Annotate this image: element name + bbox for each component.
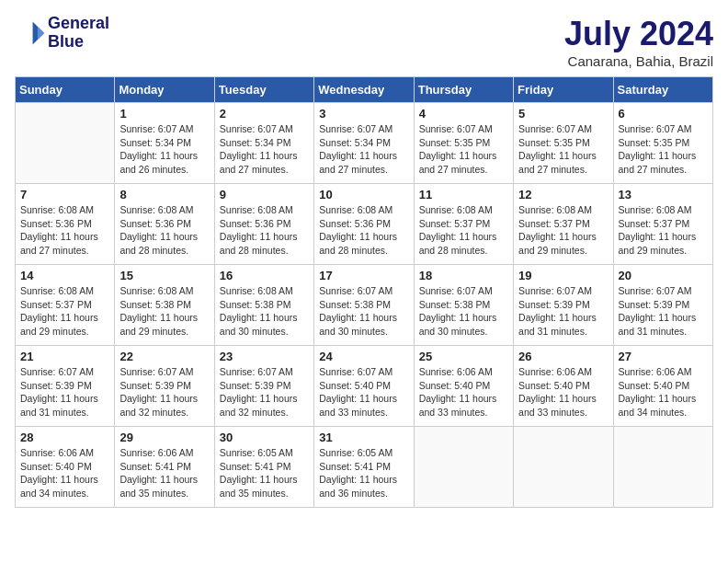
- calendar-cell: 1Sunrise: 6:07 AMSunset: 5:34 PMDaylight…: [115, 103, 214, 184]
- day-number: 28: [20, 431, 109, 444]
- day-info: Sunrise: 6:07 AMSunset: 5:39 PMDaylight:…: [119, 365, 209, 419]
- calendar-cell: 9Sunrise: 6:08 AMSunset: 5:36 PMDaylight…: [214, 184, 313, 265]
- day-info: Sunrise: 6:06 AMSunset: 5:40 PMDaylight:…: [419, 365, 508, 419]
- calendar-cell: [514, 427, 613, 508]
- day-info: Sunrise: 6:07 AMSunset: 5:34 PMDaylight:…: [220, 122, 309, 177]
- day-info: Sunrise: 6:07 AMSunset: 5:38 PMDaylight:…: [319, 284, 408, 339]
- day-number: 1: [119, 107, 209, 121]
- day-info: Sunrise: 6:06 AMSunset: 5:40 PMDaylight:…: [619, 365, 708, 419]
- calendar-week-5: 28Sunrise: 6:06 AMSunset: 5:40 PMDayligh…: [16, 427, 713, 508]
- day-number: 23: [220, 350, 309, 363]
- calendar-cell: 22Sunrise: 6:07 AMSunset: 5:39 PMDayligh…: [115, 346, 214, 427]
- day-number: 21: [20, 350, 109, 363]
- day-info: Sunrise: 6:08 AMSunset: 5:38 PMDaylight:…: [220, 284, 309, 339]
- day-number: 2: [220, 107, 309, 121]
- calendar-cell: 3Sunrise: 6:07 AMSunset: 5:34 PMDaylight…: [314, 103, 414, 184]
- calendar-cell: 10Sunrise: 6:08 AMSunset: 5:36 PMDayligh…: [314, 184, 414, 265]
- calendar-cell: 25Sunrise: 6:06 AMSunset: 5:40 PMDayligh…: [414, 346, 513, 427]
- calendar-cell: 8Sunrise: 6:08 AMSunset: 5:36 PMDaylight…: [115, 184, 214, 265]
- day-number: 17: [319, 269, 408, 282]
- calendar-cell: 23Sunrise: 6:07 AMSunset: 5:39 PMDayligh…: [214, 346, 313, 427]
- day-info: Sunrise: 6:08 AMSunset: 5:38 PMDaylight:…: [119, 284, 209, 339]
- calendar-cell: 16Sunrise: 6:08 AMSunset: 5:38 PMDayligh…: [214, 265, 313, 346]
- calendar-header-monday: Monday: [115, 77, 214, 103]
- calendar-week-3: 14Sunrise: 6:08 AMSunset: 5:37 PMDayligh…: [16, 265, 713, 346]
- day-info: Sunrise: 6:07 AMSunset: 5:34 PMDaylight:…: [319, 122, 408, 177]
- day-info: Sunrise: 6:07 AMSunset: 5:39 PMDaylight:…: [20, 365, 109, 419]
- calendar-week-2: 7Sunrise: 6:08 AMSunset: 5:36 PMDaylight…: [16, 184, 713, 265]
- calendar-cell: 12Sunrise: 6:08 AMSunset: 5:37 PMDayligh…: [514, 184, 613, 265]
- calendar-week-4: 21Sunrise: 6:07 AMSunset: 5:39 PMDayligh…: [16, 346, 713, 427]
- day-number: 20: [619, 269, 708, 282]
- calendar-cell: [16, 103, 115, 184]
- day-number: 15: [119, 269, 209, 282]
- day-info: Sunrise: 6:08 AMSunset: 5:37 PMDaylight:…: [619, 203, 708, 258]
- calendar-cell: 19Sunrise: 6:07 AMSunset: 5:39 PMDayligh…: [514, 265, 613, 346]
- calendar-header-row: SundayMondayTuesdayWednesdayThursdayFrid…: [16, 77, 713, 103]
- day-info: Sunrise: 6:07 AMSunset: 5:39 PMDaylight:…: [220, 365, 309, 419]
- day-info: Sunrise: 6:07 AMSunset: 5:39 PMDaylight:…: [619, 284, 708, 339]
- day-number: 6: [619, 107, 708, 121]
- day-info: Sunrise: 6:05 AMSunset: 5:41 PMDaylight:…: [319, 446, 408, 500]
- day-number: 25: [419, 350, 508, 363]
- day-number: 16: [220, 269, 309, 282]
- calendar-cell: 29Sunrise: 6:06 AMSunset: 5:41 PMDayligh…: [115, 427, 214, 508]
- title-block: July 2024 Canarana, Bahia, Brazil: [564, 15, 713, 69]
- calendar-cell: 30Sunrise: 6:05 AMSunset: 5:41 PMDayligh…: [214, 427, 313, 508]
- calendar-cell: 6Sunrise: 6:07 AMSunset: 5:35 PMDaylight…: [613, 103, 712, 184]
- calendar-week-1: 1Sunrise: 6:07 AMSunset: 5:34 PMDaylight…: [16, 103, 713, 184]
- calendar-header-thursday: Thursday: [414, 77, 513, 103]
- day-number: 26: [518, 350, 608, 363]
- day-number: 24: [319, 350, 408, 363]
- day-number: 5: [518, 107, 608, 121]
- calendar-cell: 7Sunrise: 6:08 AMSunset: 5:36 PMDaylight…: [16, 184, 115, 265]
- calendar-cell: 14Sunrise: 6:08 AMSunset: 5:37 PMDayligh…: [16, 265, 115, 346]
- day-info: Sunrise: 6:08 AMSunset: 5:36 PMDaylight:…: [119, 203, 209, 258]
- month-title: July 2024: [564, 15, 713, 53]
- day-number: 9: [220, 188, 309, 201]
- day-number: 31: [319, 431, 408, 444]
- day-number: 7: [20, 188, 109, 201]
- location: Canarana, Bahia, Brazil: [564, 53, 713, 69]
- calendar-cell: [414, 427, 513, 508]
- calendar-header-sunday: Sunday: [16, 77, 115, 103]
- calendar-cell: 26Sunrise: 6:06 AMSunset: 5:40 PMDayligh…: [514, 346, 613, 427]
- calendar-cell: 24Sunrise: 6:07 AMSunset: 5:40 PMDayligh…: [314, 346, 414, 427]
- calendar-cell: 28Sunrise: 6:06 AMSunset: 5:40 PMDayligh…: [16, 427, 115, 508]
- calendar-cell: 5Sunrise: 6:07 AMSunset: 5:35 PMDaylight…: [514, 103, 613, 184]
- calendar-cell: 17Sunrise: 6:07 AMSunset: 5:38 PMDayligh…: [314, 265, 414, 346]
- calendar-cell: 4Sunrise: 6:07 AMSunset: 5:35 PMDaylight…: [414, 103, 513, 184]
- calendar-cell: 2Sunrise: 6:07 AMSunset: 5:34 PMDaylight…: [214, 103, 313, 184]
- calendar-cell: 18Sunrise: 6:07 AMSunset: 5:38 PMDayligh…: [414, 265, 513, 346]
- logo-text: General Blue: [48, 15, 109, 52]
- calendar-cell: 27Sunrise: 6:06 AMSunset: 5:40 PMDayligh…: [613, 346, 712, 427]
- day-number: 3: [319, 107, 408, 121]
- day-info: Sunrise: 6:06 AMSunset: 5:40 PMDaylight:…: [20, 446, 109, 500]
- calendar-cell: 15Sunrise: 6:08 AMSunset: 5:38 PMDayligh…: [115, 265, 214, 346]
- day-number: 11: [419, 188, 508, 201]
- calendar-header-tuesday: Tuesday: [214, 77, 313, 103]
- day-number: 19: [518, 269, 608, 282]
- day-info: Sunrise: 6:08 AMSunset: 5:36 PMDaylight:…: [319, 203, 408, 258]
- day-number: 4: [419, 107, 508, 121]
- day-info: Sunrise: 6:07 AMSunset: 5:39 PMDaylight:…: [518, 284, 608, 339]
- day-number: 8: [119, 188, 209, 201]
- day-info: Sunrise: 6:06 AMSunset: 5:41 PMDaylight:…: [119, 446, 209, 500]
- day-number: 22: [119, 350, 209, 363]
- calendar-cell: [613, 427, 712, 508]
- day-info: Sunrise: 6:07 AMSunset: 5:40 PMDaylight:…: [319, 365, 408, 419]
- day-info: Sunrise: 6:07 AMSunset: 5:35 PMDaylight:…: [419, 122, 508, 177]
- day-info: Sunrise: 6:08 AMSunset: 5:37 PMDaylight:…: [419, 203, 508, 258]
- logo: General Blue: [15, 15, 109, 52]
- logo-icon: [15, 18, 44, 48]
- day-info: Sunrise: 6:08 AMSunset: 5:37 PMDaylight:…: [20, 284, 109, 339]
- day-number: 13: [619, 188, 708, 201]
- calendar-cell: 13Sunrise: 6:08 AMSunset: 5:37 PMDayligh…: [613, 184, 712, 265]
- calendar-header-saturday: Saturday: [613, 77, 712, 103]
- day-info: Sunrise: 6:05 AMSunset: 5:41 PMDaylight:…: [220, 446, 309, 500]
- calendar-cell: 11Sunrise: 6:08 AMSunset: 5:37 PMDayligh…: [414, 184, 513, 265]
- calendar-cell: 21Sunrise: 6:07 AMSunset: 5:39 PMDayligh…: [16, 346, 115, 427]
- calendar-header-friday: Friday: [514, 77, 613, 103]
- day-info: Sunrise: 6:08 AMSunset: 5:36 PMDaylight:…: [220, 203, 309, 258]
- day-number: 14: [20, 269, 109, 282]
